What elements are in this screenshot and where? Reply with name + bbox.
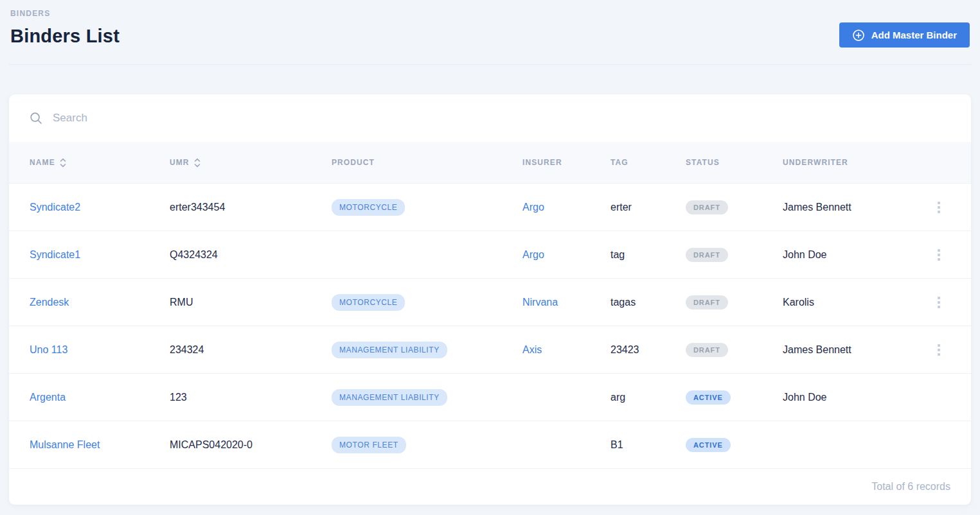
column-header-status: STATUS [686,158,783,167]
page-title: Binders List [10,26,120,47]
kebab-menu-icon [938,249,940,252]
page-header: BINDERS Binders List Add Master Binder [9,0,971,48]
table-row: Mulsanne Fleet MICAPS042020-0 MOTOR FLEE… [9,421,971,468]
column-header-tag: TAG [610,158,686,167]
insurer-link[interactable]: Axis [522,344,542,355]
search-bar [9,94,971,142]
underwriter-value: John Doe [783,249,935,261]
insurer-link[interactable]: Nirvana [522,297,558,308]
product-badge: MOTORCYCLE [332,199,405,216]
row-menu-button[interactable] [935,294,943,311]
table-row: Syndicate1 Q4324324 Argo tag DRAFT John … [9,231,971,278]
insurer-link[interactable]: Argo [522,249,544,260]
binder-name-link[interactable]: Argenta [30,392,66,403]
column-header-name-label: NAME [30,158,55,167]
umr-value: Q4324324 [170,249,332,261]
tag-value: erter [610,202,686,213]
column-header-underwriter: UNDERWRITER [783,158,935,167]
tag-value: tagas [610,297,686,308]
tag-value: B1 [610,439,686,451]
table-header-row: NAME UMR PRODUCT INSURER [9,142,971,183]
sort-chevrons-icon [194,158,200,168]
records-total: Total of 6 records [871,481,950,493]
status-badge: DRAFT [686,343,728,357]
product-badge: MOTORCYCLE [332,294,405,311]
insurer-link[interactable]: Argo [522,202,544,213]
binder-name-link[interactable]: Syndicate1 [30,249,80,260]
kebab-menu-icon [938,297,940,299]
table-row: Uno 113 234324 MANAGEMENT LIABILITY Axis… [9,326,971,373]
table-row: Syndicate2 erter343454 MOTORCYCLE Argo e… [9,183,971,231]
umr-value: erter343454 [170,202,332,213]
sort-chevrons-icon [60,158,66,168]
tag-value: tag [610,249,686,261]
binder-name-link[interactable]: Zendesk [30,297,69,308]
row-menu-button[interactable] [935,199,943,216]
tag-value: arg [610,392,686,403]
underwriter-value: James Bennett [783,202,935,213]
column-header-umr-label: UMR [170,158,190,167]
binders-page: BINDERS Binders List Add Master Binder [0,0,980,505]
binders-card: NAME UMR PRODUCT INSURER [9,94,971,505]
kebab-menu-icon [938,202,940,204]
column-header-product: PRODUCT [332,158,522,167]
column-header-name[interactable]: NAME [30,158,170,168]
status-badge: DRAFT [686,248,728,262]
umr-value: RMU [170,297,332,308]
status-badge: DRAFT [686,295,728,310]
table-body: Syndicate2 erter343454 MOTORCYCLE Argo e… [9,183,971,468]
umr-value: MICAPS042020-0 [170,439,332,451]
breadcrumb: BINDERS [10,9,120,18]
underwriter-value: John Doe [783,392,935,403]
add-master-binder-button[interactable]: Add Master Binder [839,22,970,48]
search-icon [30,112,42,125]
status-badge: ACTIVE [686,438,731,452]
row-menu-button[interactable] [935,342,943,358]
binder-name-link[interactable]: Mulsanne Fleet [30,439,100,450]
binder-name-link[interactable]: Syndicate2 [30,202,80,213]
header-divider [9,64,971,65]
product-badge: MANAGEMENT LIABILITY [332,389,447,406]
underwriter-value: James Bennett [783,344,935,356]
product-badge: MANAGEMENT LIABILITY [332,342,447,358]
status-badge: DRAFT [686,200,728,214]
page-header-left: BINDERS Binders List [10,9,120,47]
table-row: Zendesk RMU MOTORCYCLE Nirvana tagas DRA… [9,278,971,326]
column-header-insurer: INSURER [522,158,610,167]
status-badge: ACTIVE [686,390,731,405]
umr-value: 234324 [170,344,332,356]
row-menu-button[interactable] [935,247,943,263]
table-row: Argenta 123 MANAGEMENT LIABILITY arg ACT… [9,373,971,421]
add-master-binder-label: Add Master Binder [871,30,957,40]
binder-name-link[interactable]: Uno 113 [30,344,67,355]
underwriter-value: Karolis [783,297,935,308]
column-header-umr[interactable]: UMR [170,158,332,168]
plus-circle-icon [852,29,865,42]
kebab-menu-icon [938,344,940,347]
product-badge: MOTOR FLEET [332,437,406,453]
table-footer: Total of 6 records [9,468,971,505]
search-input[interactable] [53,112,950,125]
umr-value: 123 [170,392,332,403]
tag-value: 23423 [610,344,686,356]
